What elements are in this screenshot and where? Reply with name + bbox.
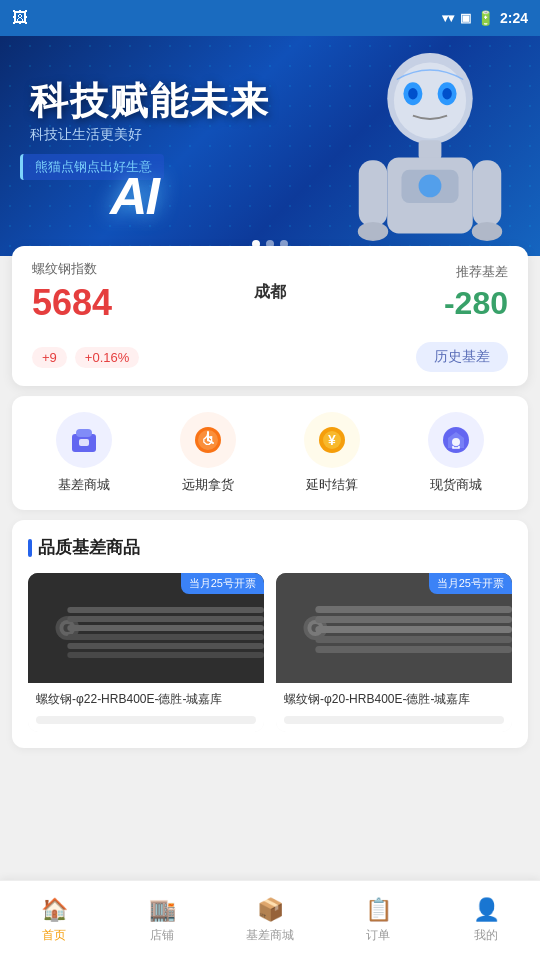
icon-deferred-circle: ¥ bbox=[304, 412, 360, 468]
svg-point-12 bbox=[358, 222, 388, 241]
svg-rect-6 bbox=[419, 140, 442, 159]
status-bar-right: ▾▾ ▣ 🔋 2:24 bbox=[442, 10, 528, 26]
nav-mine-label: 我的 bbox=[474, 927, 498, 944]
battery-icon: 🔋 bbox=[477, 10, 494, 26]
nav-orders[interactable]: 📋 订单 bbox=[324, 897, 432, 944]
svg-rect-16 bbox=[79, 439, 89, 446]
product-info-1: 螺纹钢-φ22-HRB400E-德胜-城嘉库 bbox=[28, 683, 264, 732]
index-right: 推荐基差 -280 bbox=[310, 263, 508, 322]
nav-basis-label: 基差商城 bbox=[246, 927, 294, 944]
icon-spot-mall[interactable]: 现货商城 bbox=[428, 412, 484, 494]
history-btn-label: 历史基差 bbox=[416, 342, 508, 372]
svg-point-13 bbox=[472, 222, 502, 241]
section-title-bar bbox=[28, 539, 32, 557]
product-info-2: 螺纹钢-φ20-HRB400E-德胜-城嘉库 bbox=[276, 683, 512, 732]
icon-deferred-label: 延时结算 bbox=[306, 476, 358, 494]
banner: 科技赋能未来 科技让生活更美好 熊猫点钢点出好生意 AI bbox=[0, 36, 540, 256]
basis-mall-nav-icon: 📦 bbox=[257, 897, 284, 923]
nav-mine[interactable]: 👤 我的 bbox=[432, 897, 540, 944]
signal-icon: ▣ bbox=[460, 11, 471, 25]
product-img-1: 当月25号开票 bbox=[28, 573, 264, 683]
svg-rect-15 bbox=[76, 429, 92, 437]
section-title: 品质基差商品 bbox=[28, 536, 512, 559]
icon-forward-goods[interactable]: ⏱ 远期拿货 bbox=[180, 412, 236, 494]
icons-row: 基差商城 ⏱ 远期拿货 ¥ 延时结算 bbox=[12, 396, 528, 510]
icon-deferred-settlement[interactable]: ¥ 延时结算 bbox=[304, 412, 360, 494]
svg-point-1 bbox=[394, 62, 466, 138]
store-icon: 🏬 bbox=[149, 897, 176, 923]
section-title-text: 品质基差商品 bbox=[38, 536, 140, 559]
svg-point-5 bbox=[442, 88, 452, 99]
svg-text:¥: ¥ bbox=[328, 432, 336, 448]
product-tag-2: 当月25号开票 bbox=[429, 573, 512, 594]
svg-point-9 bbox=[419, 175, 442, 198]
main-content: 科技赋能未来 科技让生活更美好 熊猫点钢点出好生意 AI bbox=[0, 36, 540, 880]
svg-rect-10 bbox=[359, 160, 388, 227]
icon-forward-label: 远期拿货 bbox=[182, 476, 234, 494]
nav-store-label: 店铺 bbox=[150, 927, 174, 944]
product-card-1[interactable]: 当月25号开票 螺纹钢-φ22-HRB400E-德胜-城嘉库 bbox=[28, 573, 264, 732]
icon-basis-mall-label: 基差商城 bbox=[58, 476, 110, 494]
banner-ai-text: AI bbox=[110, 166, 158, 226]
wifi-icon: ▾▾ bbox=[442, 11, 454, 25]
index-left-label: 螺纹钢指数 bbox=[32, 260, 230, 278]
banner-sub-text: 科技让生活更美好 bbox=[30, 126, 142, 144]
product-img-2: 当月25号开票 bbox=[276, 573, 512, 683]
index-left-value: 5684 bbox=[32, 282, 230, 324]
banner-main-text: 科技赋能未来 bbox=[30, 76, 270, 127]
tag-percent: +0.16% bbox=[75, 347, 139, 368]
index-left: 螺纹钢指数 5684 bbox=[32, 260, 230, 324]
history-basis-button[interactable]: 历史基差 bbox=[416, 334, 508, 372]
svg-point-4 bbox=[408, 88, 418, 99]
icon-basis-mall[interactable]: 基差商城 bbox=[56, 412, 112, 494]
products-grid: 当月25号开票 螺纹钢-φ22-HRB400E-德胜-城嘉库 bbox=[28, 573, 512, 732]
svg-rect-11 bbox=[473, 160, 502, 227]
product-tag-1: 当月25号开票 bbox=[181, 573, 264, 594]
home-icon: 🏠 bbox=[41, 897, 68, 923]
products-section: 品质基差商品 bbox=[12, 520, 528, 748]
index-right-value: -280 bbox=[310, 285, 508, 322]
icon-spot-circle bbox=[428, 412, 484, 468]
time-display: 2:24 bbox=[500, 10, 528, 26]
orders-icon: 📋 bbox=[365, 897, 392, 923]
status-bar-left: 🖼 bbox=[12, 9, 28, 27]
product-name-2: 螺纹钢-φ20-HRB400E-德胜-城嘉库 bbox=[284, 691, 504, 708]
svg-point-24 bbox=[452, 438, 460, 446]
index-tags: +9 +0.16% bbox=[32, 347, 139, 368]
bottom-nav: 🏠 首页 🏬 店铺 📦 基差商城 📋 订单 👤 我的 bbox=[0, 880, 540, 960]
product-name-1: 螺纹钢-φ22-HRB400E-德胜-城嘉库 bbox=[36, 691, 256, 708]
tag-change: +9 bbox=[32, 347, 67, 368]
mine-icon: 👤 bbox=[473, 897, 500, 923]
status-bar: 🖼 ▾▾ ▣ 🔋 2:24 bbox=[0, 0, 540, 36]
icon-basis-mall-circle bbox=[56, 412, 112, 468]
index-card: 螺纹钢指数 5684 成都 推荐基差 -280 +9 +0.16% 历史基差 bbox=[12, 246, 528, 386]
nav-store[interactable]: 🏬 店铺 bbox=[108, 897, 216, 944]
nav-home[interactable]: 🏠 首页 bbox=[0, 897, 108, 944]
nav-home-label: 首页 bbox=[42, 927, 66, 944]
photo-icon: 🖼 bbox=[12, 9, 28, 27]
banner-robot bbox=[330, 46, 530, 246]
product-card-2[interactable]: 当月25号开票 螺纹钢-φ20-HRB400E-德胜-城嘉库 bbox=[276, 573, 512, 732]
icon-forward-circle: ⏱ bbox=[180, 412, 236, 468]
nav-basis-mall[interactable]: 📦 基差商城 bbox=[216, 897, 324, 944]
icon-spot-label: 现货商城 bbox=[430, 476, 482, 494]
index-right-label: 推荐基差 bbox=[310, 263, 508, 281]
nav-orders-label: 订单 bbox=[366, 927, 390, 944]
index-center-text: 成都 bbox=[230, 282, 310, 303]
